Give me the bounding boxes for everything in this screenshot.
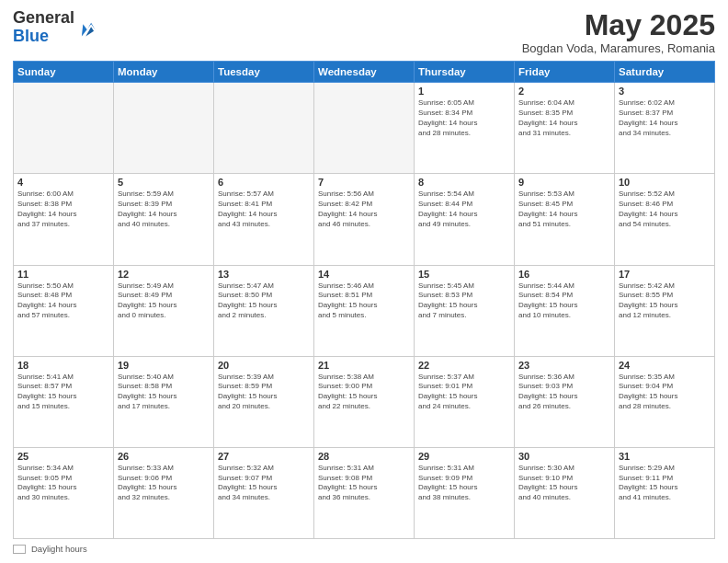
day-number: 7: [318, 177, 410, 188]
calendar-cell: 2Sunrise: 6:04 AM Sunset: 8:35 PM Daylig…: [515, 83, 615, 174]
day-info: Sunrise: 5:54 AM Sunset: 8:44 PM Dayligh…: [418, 190, 510, 229]
calendar-cell: [14, 83, 114, 174]
day-number: 12: [118, 269, 210, 280]
day-number: 2: [518, 86, 610, 97]
svg-marker-1: [85, 27, 94, 36]
day-number: 9: [518, 177, 610, 188]
header: General Blue May 2025 Bogdan Voda, Maram…: [13, 9, 715, 55]
day-number: 14: [318, 269, 410, 280]
day-info: Sunrise: 5:45 AM Sunset: 8:53 PM Dayligh…: [418, 282, 510, 321]
day-info: Sunrise: 5:59 AM Sunset: 8:39 PM Dayligh…: [118, 190, 210, 229]
day-info: Sunrise: 5:32 AM Sunset: 9:07 PM Dayligh…: [218, 464, 310, 503]
day-info: Sunrise: 5:57 AM Sunset: 8:41 PM Dayligh…: [218, 190, 310, 229]
week-row-5: 25Sunrise: 5:34 AM Sunset: 9:05 PM Dayli…: [14, 447, 715, 538]
calendar-cell: 31Sunrise: 5:29 AM Sunset: 9:11 PM Dayli…: [615, 447, 715, 538]
day-info: Sunrise: 5:50 AM Sunset: 8:48 PM Dayligh…: [17, 282, 109, 321]
calendar-cell: 5Sunrise: 5:59 AM Sunset: 8:39 PM Daylig…: [114, 174, 214, 265]
weekday-header-row: SundayMondayTuesdayWednesdayThursdayFrid…: [14, 62, 715, 83]
daylight-color-box: [13, 545, 26, 554]
day-number: 15: [418, 269, 510, 280]
footer: Daylight hours: [13, 544, 715, 554]
calendar-cell: [314, 83, 415, 174]
calendar-cell: 3Sunrise: 6:02 AM Sunset: 8:37 PM Daylig…: [615, 83, 715, 174]
page: General Blue May 2025 Bogdan Voda, Maram…: [0, 0, 728, 563]
calendar-cell: 24Sunrise: 5:35 AM Sunset: 9:04 PM Dayli…: [615, 356, 715, 447]
day-info: Sunrise: 5:35 AM Sunset: 9:04 PM Dayligh…: [619, 373, 711, 412]
day-info: Sunrise: 5:39 AM Sunset: 8:59 PM Dayligh…: [218, 373, 310, 412]
day-number: 8: [418, 177, 510, 188]
day-info: Sunrise: 5:37 AM Sunset: 9:01 PM Dayligh…: [418, 373, 510, 412]
calendar-cell: 21Sunrise: 5:38 AM Sunset: 9:00 PM Dayli…: [314, 356, 415, 447]
week-row-4: 18Sunrise: 5:41 AM Sunset: 8:57 PM Dayli…: [14, 356, 715, 447]
day-number: 24: [619, 360, 711, 371]
logo-blue: Blue: [13, 27, 49, 45]
logo: General Blue: [13, 9, 97, 46]
calendar-cell: 18Sunrise: 5:41 AM Sunset: 8:57 PM Dayli…: [14, 356, 114, 447]
calendar-cell: 30Sunrise: 5:30 AM Sunset: 9:10 PM Dayli…: [515, 447, 615, 538]
weekday-header-monday: Monday: [114, 62, 214, 83]
day-number: 11: [17, 269, 109, 280]
day-number: 13: [218, 269, 310, 280]
calendar-cell: 15Sunrise: 5:45 AM Sunset: 8:53 PM Dayli…: [415, 265, 515, 356]
weekday-header-saturday: Saturday: [615, 62, 715, 83]
calendar-cell: 17Sunrise: 5:42 AM Sunset: 8:55 PM Dayli…: [615, 265, 715, 356]
day-info: Sunrise: 5:31 AM Sunset: 9:09 PM Dayligh…: [418, 464, 510, 503]
week-row-1: 1Sunrise: 6:05 AM Sunset: 8:34 PM Daylig…: [14, 83, 715, 174]
weekday-header-friday: Friday: [515, 62, 615, 83]
location-subtitle: Bogdan Voda, Maramures, Romania: [522, 41, 715, 55]
calendar-cell: 19Sunrise: 5:40 AM Sunset: 8:58 PM Dayli…: [114, 356, 214, 447]
day-number: 22: [418, 360, 510, 371]
day-number: 16: [518, 269, 610, 280]
day-number: 10: [619, 177, 711, 188]
logo-icon: [76, 17, 97, 38]
day-number: 26: [118, 451, 210, 462]
calendar-cell: 1Sunrise: 6:05 AM Sunset: 8:34 PM Daylig…: [415, 83, 515, 174]
calendar-cell: 29Sunrise: 5:31 AM Sunset: 9:09 PM Dayli…: [415, 447, 515, 538]
day-number: 31: [619, 451, 711, 462]
day-number: 30: [518, 451, 610, 462]
day-number: 27: [218, 451, 310, 462]
month-title: May 2025: [522, 9, 715, 41]
calendar-cell: 14Sunrise: 5:46 AM Sunset: 8:51 PM Dayli…: [314, 265, 415, 356]
calendar-cell: [214, 83, 314, 174]
day-number: 25: [17, 451, 109, 462]
day-number: 1: [418, 86, 510, 97]
title-block: May 2025 Bogdan Voda, Maramures, Romania: [522, 9, 715, 55]
calendar-cell: 4Sunrise: 6:00 AM Sunset: 8:38 PM Daylig…: [14, 174, 114, 265]
day-info: Sunrise: 5:40 AM Sunset: 8:58 PM Dayligh…: [118, 373, 210, 412]
day-info: Sunrise: 5:29 AM Sunset: 9:11 PM Dayligh…: [619, 464, 711, 503]
day-number: 17: [619, 269, 711, 280]
calendar-cell: 8Sunrise: 5:54 AM Sunset: 8:44 PM Daylig…: [415, 174, 515, 265]
day-info: Sunrise: 5:52 AM Sunset: 8:46 PM Dayligh…: [619, 190, 711, 229]
day-number: 6: [218, 177, 310, 188]
logo-general: General: [13, 8, 74, 27]
day-info: Sunrise: 5:30 AM Sunset: 9:10 PM Dayligh…: [518, 464, 610, 503]
day-info: Sunrise: 5:49 AM Sunset: 8:49 PM Dayligh…: [118, 282, 210, 321]
day-number: 4: [17, 177, 109, 188]
day-info: Sunrise: 5:38 AM Sunset: 9:00 PM Dayligh…: [318, 373, 410, 412]
day-info: Sunrise: 5:34 AM Sunset: 9:05 PM Dayligh…: [17, 464, 109, 503]
weekday-header-tuesday: Tuesday: [214, 62, 314, 83]
calendar-cell: 9Sunrise: 5:53 AM Sunset: 8:45 PM Daylig…: [515, 174, 615, 265]
calendar-cell: 28Sunrise: 5:31 AM Sunset: 9:08 PM Dayli…: [314, 447, 415, 538]
day-info: Sunrise: 5:33 AM Sunset: 9:06 PM Dayligh…: [118, 464, 210, 503]
day-number: 23: [518, 360, 610, 371]
day-info: Sunrise: 5:56 AM Sunset: 8:42 PM Dayligh…: [318, 190, 410, 229]
day-info: Sunrise: 6:02 AM Sunset: 8:37 PM Dayligh…: [619, 98, 711, 138]
calendar-cell: 10Sunrise: 5:52 AM Sunset: 8:46 PM Dayli…: [615, 174, 715, 265]
calendar-cell: 23Sunrise: 5:36 AM Sunset: 9:03 PM Dayli…: [515, 356, 615, 447]
day-number: 3: [619, 86, 711, 97]
calendar-cell: 13Sunrise: 5:47 AM Sunset: 8:50 PM Dayli…: [214, 265, 314, 356]
week-row-2: 4Sunrise: 6:00 AM Sunset: 8:38 PM Daylig…: [14, 174, 715, 265]
day-info: Sunrise: 5:31 AM Sunset: 9:08 PM Dayligh…: [318, 464, 410, 503]
week-row-3: 11Sunrise: 5:50 AM Sunset: 8:48 PM Dayli…: [14, 265, 715, 356]
calendar-cell: 26Sunrise: 5:33 AM Sunset: 9:06 PM Dayli…: [114, 447, 214, 538]
calendar-cell: 7Sunrise: 5:56 AM Sunset: 8:42 PM Daylig…: [314, 174, 415, 265]
calendar-cell: 20Sunrise: 5:39 AM Sunset: 8:59 PM Dayli…: [214, 356, 314, 447]
logo-text: General Blue: [13, 9, 97, 46]
calendar-table: SundayMondayTuesdayWednesdayThursdayFrid…: [13, 61, 715, 539]
day-info: Sunrise: 5:46 AM Sunset: 8:51 PM Dayligh…: [318, 282, 410, 321]
calendar-cell: [114, 83, 214, 174]
day-info: Sunrise: 5:36 AM Sunset: 9:03 PM Dayligh…: [518, 373, 610, 412]
footer-label: Daylight hours: [31, 544, 87, 554]
